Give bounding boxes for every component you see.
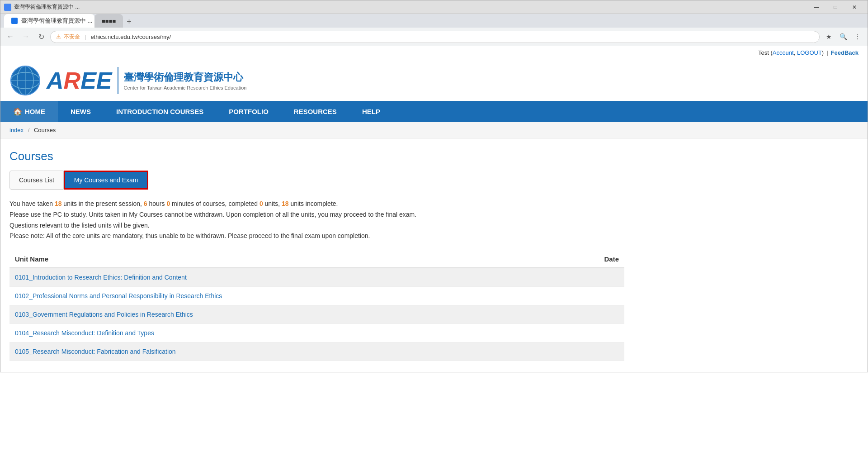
info-line1-part1: You have taken [9, 200, 55, 207]
nav-resources-label: RESOURCES [294, 108, 337, 115]
top-bar-comma: , [794, 49, 797, 56]
table-row: 0103_Government Regulations and Policies… [9, 305, 624, 324]
course-date-cell [560, 324, 624, 342]
info-line1-part5: units, [263, 200, 282, 207]
window-titlebar: 臺灣學術倫理教育資源中 ... — □ ✕ [0, 0, 868, 14]
top-bar-paren-open: ( [769, 49, 773, 56]
table-header-row: Unit Name Date [9, 251, 624, 268]
top-bar-paren-close: ) [822, 49, 824, 56]
reload-button[interactable]: ↻ [35, 30, 47, 43]
tab-favicon [11, 18, 18, 24]
course-link[interactable]: 0105_Research Misconduct: Fabrication an… [15, 348, 176, 355]
date-header: Date [560, 251, 624, 268]
page-wrapper: Test ( Account , LOGOUT ) | FeedBack [0, 46, 868, 372]
info-line1-part2: units in the present session, [61, 200, 143, 207]
nav-portfolio-label: PORTFOLIO [229, 108, 269, 115]
nav-home-label: HOME [25, 108, 45, 115]
info-completed: 0 [259, 200, 263, 207]
nav-news[interactable]: NEWS [58, 101, 104, 122]
browser-toolbar: ← → ↻ ⚠ 不安全 | ethics.nctu.edu.tw/courses… [0, 28, 868, 46]
logo-english-name: Center for Taiwan Academic Research Ethi… [124, 85, 247, 90]
info-line-3: Questions relevant to the listed units w… [9, 220, 624, 231]
logo-globe-svg [9, 65, 41, 96]
nav-intro-courses[interactable]: INTRODUCTION COURSES [104, 101, 216, 122]
breadcrumb: index / Courses [0, 122, 868, 138]
close-button[interactable]: ✕ [845, 2, 864, 12]
breadcrumb-courses: Courses [34, 127, 56, 133]
browser-tab-bar: 臺灣學術倫理教育資源中 ... ✕ ■■■■ + [0, 14, 868, 28]
insecure-label: 不安全 [64, 33, 80, 41]
logo-name-block: 臺灣學術倫理教育資源中心 Center for Taiwan Academic … [124, 71, 247, 90]
my-courses-tab[interactable]: My Courses and Exam [65, 172, 147, 188]
address-separator: | [85, 33, 86, 40]
highlighted-tab-container: My Courses and Exam [64, 171, 149, 190]
logo-vertical-divider [118, 67, 118, 94]
top-bar: Test ( Account , LOGOUT ) | FeedBack [0, 46, 868, 60]
window-icon [4, 4, 11, 11]
courses-list-tab[interactable]: Courses List [9, 171, 64, 190]
main-nav: 🏠 HOME NEWS INTRODUCTION COURSES PORTFOL… [0, 101, 868, 122]
course-name-cell: 0102_Professional Norms and Personal Res… [9, 287, 560, 305]
new-tab-button[interactable]: + [123, 16, 135, 28]
top-bar-pipe: | [826, 49, 828, 56]
back-button[interactable]: ← [4, 30, 17, 43]
course-name-cell: 0104_Research Misconduct: Definition and… [9, 324, 560, 342]
courses-table: Unit Name Date 0101_Introduction to Rese… [9, 251, 624, 361]
table-row: 0102_Professional Norms and Personal Res… [9, 287, 624, 305]
url-text: ethics.nctu.edu.tw/courses/my/ [90, 33, 814, 40]
info-line-2: Please use the PC to study. Units taken … [9, 209, 624, 220]
logo-ee-text: EE [80, 69, 112, 92]
tab-label: 臺灣學術倫理教育資源中 ... [21, 17, 92, 25]
course-link[interactable]: 0101_Introduction to Research Ethics: De… [15, 274, 187, 281]
info-line1-part3: hours [147, 200, 167, 207]
minimize-button[interactable]: — [807, 2, 826, 12]
info-line1-part4: minutes of courses, completed [170, 200, 259, 207]
logo-aree-text: A [47, 69, 64, 92]
menu-button[interactable]: ⋮ [851, 30, 864, 43]
course-name-cell: 0101_Introduction to Research Ethics: De… [9, 268, 560, 287]
site-logo: A R EE 臺灣學術倫理教育資源中心 Center for Taiwan Ac… [9, 65, 859, 96]
table-row: 0104_Research Misconduct: Definition and… [9, 324, 624, 342]
zoom-button[interactable]: 🔍 [837, 30, 849, 43]
account-link[interactable]: Account [773, 49, 794, 56]
forward-button[interactable]: → [19, 30, 32, 43]
course-link[interactable]: 0102_Professional Norms and Personal Res… [15, 292, 222, 300]
course-name-cell: 0103_Government Regulations and Policies… [9, 305, 560, 324]
home-icon: 🏠 [13, 107, 22, 116]
inactive-tab[interactable]: ■■■■ [94, 14, 123, 28]
info-line1-end: units incomplete. [289, 200, 338, 207]
nav-home[interactable]: 🏠 HOME [0, 101, 58, 122]
breadcrumb-index[interactable]: index [9, 127, 24, 133]
window-title: 臺灣學術倫理教育資源中 ... [14, 3, 804, 11]
address-bar[interactable]: ⚠ 不安全 | ethics.nctu.edu.tw/courses/my/ [50, 31, 820, 43]
inactive-tab-label: ■■■■ [102, 18, 116, 24]
feedback-link[interactable]: FeedBack [831, 49, 859, 56]
logo-globe-container [9, 65, 41, 96]
logout-link[interactable]: LOGOUT [797, 49, 822, 56]
info-text-block: You have taken 18 units in the present s… [9, 199, 624, 242]
bookmark-button[interactable]: ★ [822, 30, 835, 43]
course-link[interactable]: 0103_Government Regulations and Policies… [15, 311, 193, 318]
maximize-button[interactable]: □ [826, 2, 845, 12]
course-date-cell [560, 268, 624, 287]
course-link[interactable]: 0104_Research Misconduct: Definition and… [15, 329, 154, 337]
nav-help-label: HELP [362, 108, 380, 115]
site-header: A R EE 臺灣學術倫理教育資源中心 Center for Taiwan Ac… [0, 60, 868, 101]
logo-chinese-name: 臺灣學術倫理教育資源中心 [124, 71, 247, 84]
nav-help[interactable]: HELP [349, 101, 393, 122]
info-incomplete: 18 [282, 200, 289, 207]
info-line-1: You have taken 18 units in the present s… [9, 199, 624, 209]
logo-text-group: A R EE 臺灣學術倫理教育資源中心 Center for Taiwan Ac… [47, 67, 246, 94]
table-row: 0101_Introduction to Research Ethics: De… [9, 268, 624, 287]
logo-r-text: R [64, 69, 81, 92]
browser-window: 臺灣學術倫理教育資源中 ... — □ ✕ 臺灣學術倫理教育資源中 ... ✕ … [0, 0, 868, 372]
course-date-cell [560, 305, 624, 324]
course-date-cell [560, 342, 624, 361]
insecure-icon: ⚠ [56, 33, 61, 40]
course-name-cell: 0105_Research Misconduct: Fabrication an… [9, 342, 560, 361]
unit-name-header: Unit Name [9, 251, 560, 268]
info-line-4: Please note: All of the core units are m… [9, 231, 624, 242]
nav-resources[interactable]: RESOURCES [281, 101, 349, 122]
active-tab[interactable]: 臺灣學術倫理教育資源中 ... ✕ [4, 14, 94, 28]
nav-portfolio[interactable]: PORTFOLIO [216, 101, 281, 122]
